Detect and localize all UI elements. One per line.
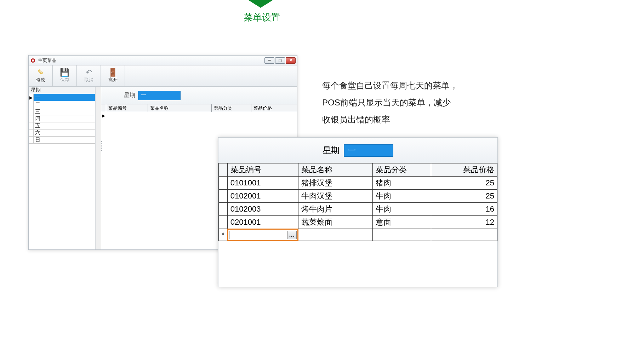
new-row-marker: * [219, 229, 228, 241]
description-text: 每个食堂自己设置每周七天的菜单， POS前端只显示当天的菜单，减少 收银员出错的… [322, 77, 458, 128]
new-price-cell[interactable] [431, 229, 497, 241]
edit-label: 修改 [36, 77, 45, 83]
row-indicator-icon [29, 137, 34, 143]
weekday-field-label: 星期 [124, 92, 135, 99]
arrow-down-icon [248, 0, 273, 8]
cell-id[interactable]: 0102001 [227, 190, 298, 203]
weekday-row[interactable]: 日 [29, 137, 95, 144]
row-indicator [219, 190, 228, 203]
row-indicator-icon [29, 129, 34, 136]
cell-price[interactable]: 12 [431, 216, 497, 229]
row-indicator-icon [29, 101, 34, 108]
cell-price[interactable]: 16 [431, 203, 497, 216]
cell-category[interactable]: 牛肉 [372, 190, 431, 203]
weekday-field-value[interactable]: 一 [344, 144, 393, 157]
table-corner [101, 104, 106, 112]
weekday-label: 六 [34, 129, 95, 136]
new-row[interactable]: * ... [219, 229, 497, 241]
col-price[interactable]: 菜品价格 [431, 163, 497, 177]
weekday-label: 三 [34, 108, 95, 115]
weekday-field-label: 星期 [323, 145, 340, 156]
col-name[interactable]: 菜品名称 [148, 104, 212, 112]
cell-category[interactable]: 意面 [372, 216, 431, 229]
col-category[interactable]: 菜品分类 [372, 163, 431, 177]
cancel-button[interactable]: ↶ 取消 [77, 65, 101, 86]
cell-id[interactable]: 0101001 [227, 177, 298, 190]
minimize-button[interactable]: ━ [264, 57, 274, 64]
table-row[interactable]: 0102001 牛肉汉堡 牛肉 25 [219, 190, 497, 203]
toolbar: ✎ 修改 💾 保存 ↶ 取消 🚪 离开 [29, 65, 297, 87]
cell-id[interactable]: 0102003 [227, 203, 298, 216]
weekday-list: 星期 ▶ 一 二 三 四 五 [29, 87, 95, 249]
new-id-cell[interactable]: ... [227, 229, 298, 241]
menu-table: 菜品编号 菜品名称 菜品分类 菜品价格 0101001 猪排汉堡 猪肉 25 0… [218, 163, 497, 241]
weekday-label: 一 [34, 94, 95, 101]
table-row[interactable]: 0201001 蔬菜烩面 意面 12 [219, 216, 497, 229]
cell-name[interactable]: 牛肉汉堡 [298, 190, 372, 203]
col-id[interactable]: 菜品编号 [106, 104, 148, 112]
row-indicator [219, 203, 228, 216]
page-title: 菜单设置 [0, 11, 524, 24]
table-row[interactable]: ▶ [101, 112, 297, 119]
floppy-icon: 💾 [60, 69, 69, 76]
row-indicator-icon: ▶ [29, 94, 34, 101]
close-button[interactable]: ✕ [286, 57, 296, 64]
maximize-button[interactable]: ▢ [275, 57, 285, 64]
menu-table-header: 菜品编号 菜品名称 菜品分类 菜品价格 [101, 104, 297, 112]
svg-point-1 [32, 59, 34, 62]
table-row[interactable]: 0101001 猪排汉堡 猪肉 25 [219, 177, 497, 190]
save-label: 保存 [60, 77, 69, 83]
weekday-field-value[interactable]: 一 [138, 91, 181, 100]
row-indicator-icon [29, 115, 34, 122]
door-exit-icon: 🚪 [108, 69, 118, 76]
col-name[interactable]: 菜品名称 [298, 163, 372, 177]
cell-name[interactable]: 猪排汉堡 [298, 177, 372, 190]
weekday-label: 五 [34, 122, 95, 129]
table-empty-area [218, 241, 497, 287]
splitter-handle[interactable] [101, 140, 103, 151]
cell-name[interactable]: 蔬菜烩面 [298, 216, 372, 229]
weekday-row[interactable]: 四 [29, 115, 95, 122]
weekday-label: 日 [34, 137, 95, 143]
col-id[interactable]: 菜品编号 [227, 163, 298, 177]
weekday-row[interactable]: 五 [29, 122, 95, 129]
exit-button[interactable]: 🚪 离开 [101, 65, 125, 86]
detail-form-bar: 星期 一 [218, 138, 497, 163]
new-category-cell[interactable] [372, 229, 431, 241]
cell-category[interactable]: 猪肉 [372, 177, 431, 190]
app-icon [30, 58, 36, 63]
cell-id[interactable]: 0201001 [227, 216, 298, 229]
cell-category[interactable]: 牛肉 [372, 203, 431, 216]
weekday-row[interactable]: 六 [29, 129, 95, 137]
undo-icon: ↶ [86, 69, 92, 76]
row-indicator-icon [29, 108, 34, 115]
detail-panel: 星期 一 菜品编号 菜品名称 菜品分类 菜品价格 0101001 猪排汉堡 猪肉… [218, 137, 498, 287]
weekday-label: 二 [34, 101, 95, 108]
save-button[interactable]: 💾 保存 [53, 65, 77, 86]
col-category[interactable]: 菜品分类 [212, 104, 251, 112]
titlebar[interactable]: 主页菜品 ━ ▢ ✕ [29, 56, 297, 65]
weekday-list-pane: 星期 ▶ 一 二 三 四 五 [29, 87, 101, 249]
pencil-icon: ✎ [38, 69, 44, 76]
weekday-row[interactable]: 二 [29, 101, 95, 108]
cancel-label: 取消 [84, 77, 93, 83]
weekday-label: 四 [34, 115, 95, 122]
row-indicator [219, 216, 228, 229]
row-indicator [219, 177, 228, 190]
table-row[interactable]: 0102003 烤牛肉片 牛肉 16 [219, 203, 497, 216]
row-indicator-icon: ▶ [101, 112, 106, 119]
exit-label: 离开 [108, 77, 118, 83]
col-price[interactable]: 菜品价格 [251, 104, 297, 112]
edit-button[interactable]: ✎ 修改 [29, 65, 53, 86]
weekday-row[interactable]: ▶ 一 [29, 94, 95, 101]
new-name-cell[interactable] [298, 229, 372, 241]
cell-price[interactable]: 25 [431, 190, 497, 203]
cell-price[interactable]: 25 [431, 177, 497, 190]
cell-name[interactable]: 烤牛肉片 [298, 203, 372, 216]
scrollbar[interactable] [95, 87, 101, 249]
weekday-row[interactable]: 三 [29, 108, 95, 115]
window-title: 主页菜品 [38, 57, 56, 64]
table-corner [219, 163, 228, 177]
lookup-button[interactable]: ... [287, 231, 297, 239]
weekday-header: 星期 [29, 87, 95, 94]
